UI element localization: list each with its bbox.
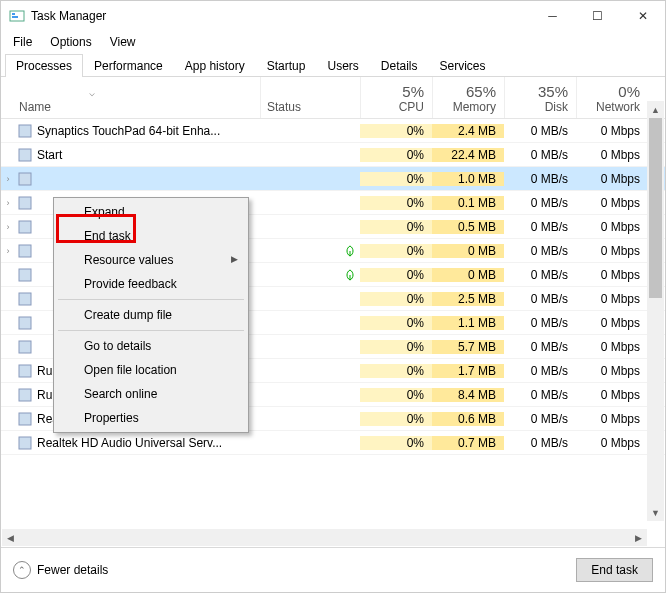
expand-icon[interactable]: ›	[1, 198, 15, 208]
minimize-button[interactable]: ─	[530, 1, 575, 31]
menu-create-dump[interactable]: Create dump file	[56, 303, 246, 327]
svg-rect-17	[19, 413, 31, 425]
network-cell: 0 Mbps	[576, 388, 648, 402]
svg-rect-18	[19, 437, 31, 449]
svg-rect-10	[19, 269, 31, 281]
memory-cell: 1.7 MB	[432, 364, 504, 378]
tab-performance[interactable]: Performance	[83, 54, 174, 77]
network-cell: 0 Mbps	[576, 268, 648, 282]
process-icon	[17, 219, 33, 235]
submenu-arrow-icon: ▶	[231, 254, 238, 264]
horizontal-scrollbar[interactable]: ◀ ▶	[2, 529, 647, 546]
network-cell: 0 Mbps	[576, 172, 648, 186]
expand-icon[interactable]: ›	[1, 246, 15, 256]
tab-details[interactable]: Details	[370, 54, 429, 77]
close-button[interactable]: ✕	[620, 1, 665, 31]
tab-processes[interactable]: Processes	[5, 54, 83, 77]
menu-expand[interactable]: Expand	[56, 200, 246, 224]
process-name	[15, 171, 260, 187]
process-name: Start	[15, 147, 260, 163]
memory-cell: 2.4 MB	[432, 124, 504, 138]
svg-rect-3	[19, 125, 31, 137]
scroll-thumb[interactable]	[649, 118, 662, 298]
app-icon	[9, 8, 25, 24]
menu-file[interactable]: File	[5, 33, 40, 51]
maximize-button[interactable]: ☐	[575, 1, 620, 31]
menu-resource-values[interactable]: Resource values▶	[56, 248, 246, 272]
cpu-cell: 0%	[360, 436, 432, 450]
svg-rect-6	[19, 197, 31, 209]
menu-separator	[58, 330, 244, 331]
table-row[interactable]: Realtek HD Audio Universal Serv...0%0.7 …	[1, 431, 665, 455]
disk-cell: 0 MB/s	[504, 340, 576, 354]
disk-cell: 0 MB/s	[504, 412, 576, 426]
menu-end-task[interactable]: End task	[56, 224, 246, 248]
fewer-details-button[interactable]: ⌃ Fewer details	[13, 561, 576, 579]
leaf-icon	[344, 245, 356, 257]
menu-open-location[interactable]: Open file location	[56, 358, 246, 382]
header-memory[interactable]: 65%Memory	[432, 77, 504, 118]
table-row[interactable]: Start0%22.4 MB0 MB/s0 Mbps	[1, 143, 665, 167]
cpu-cell: 0%	[360, 124, 432, 138]
scroll-down-icon[interactable]: ▼	[647, 504, 664, 521]
process-icon	[17, 195, 33, 211]
header-disk[interactable]: 35%Disk	[504, 77, 576, 118]
network-cell: 0 Mbps	[576, 124, 648, 138]
expand-icon[interactable]: ›	[1, 174, 15, 184]
menu-properties[interactable]: Properties	[56, 406, 246, 430]
menu-search-online[interactable]: Search online	[56, 382, 246, 406]
network-cell: 0 Mbps	[576, 220, 648, 234]
process-icon	[17, 339, 33, 355]
network-cell: 0 Mbps	[576, 364, 648, 378]
tab-app-history[interactable]: App history	[174, 54, 256, 77]
network-cell: 0 Mbps	[576, 436, 648, 450]
network-cell: 0 Mbps	[576, 316, 648, 330]
process-name: Realtek HD Audio Universal Serv...	[15, 435, 260, 451]
network-cell: 0 Mbps	[576, 196, 648, 210]
scroll-up-icon[interactable]: ▲	[647, 101, 664, 118]
memory-cell: 0.5 MB	[432, 220, 504, 234]
cpu-cell: 0%	[360, 220, 432, 234]
process-status	[260, 269, 360, 281]
disk-cell: 0 MB/s	[504, 436, 576, 450]
header-status[interactable]: Status	[260, 77, 360, 118]
process-name: Synaptics TouchPad 64-bit Enha...	[15, 123, 260, 139]
expand-icon[interactable]: ›	[1, 222, 15, 232]
menu-go-to-details[interactable]: Go to details	[56, 334, 246, 358]
header-network[interactable]: 0%Network	[576, 77, 648, 118]
menu-provide-feedback[interactable]: Provide feedback	[56, 272, 246, 296]
cpu-cell: 0%	[360, 364, 432, 378]
memory-cell: 8.4 MB	[432, 388, 504, 402]
tab-users[interactable]: Users	[316, 54, 369, 77]
table-row[interactable]: Synaptics TouchPad 64-bit Enha...0%2.4 M…	[1, 119, 665, 143]
memory-cell: 1.0 MB	[432, 172, 504, 186]
disk-cell: 0 MB/s	[504, 268, 576, 282]
disk-cell: 0 MB/s	[504, 196, 576, 210]
svg-rect-8	[19, 245, 31, 257]
disk-cell: 0 MB/s	[504, 172, 576, 186]
scroll-left-icon[interactable]: ◀	[2, 529, 19, 546]
end-task-button[interactable]: End task	[576, 558, 653, 582]
memory-cell: 5.7 MB	[432, 340, 504, 354]
tab-startup[interactable]: Startup	[256, 54, 317, 77]
cpu-cell: 0%	[360, 316, 432, 330]
menu-options[interactable]: Options	[42, 33, 99, 51]
svg-rect-13	[19, 317, 31, 329]
memory-cell: 0 MB	[432, 244, 504, 258]
vertical-scrollbar[interactable]: ▲ ▼	[647, 101, 664, 521]
process-icon	[17, 243, 33, 259]
header-cpu[interactable]: 5%CPU	[360, 77, 432, 118]
disk-cell: 0 MB/s	[504, 244, 576, 258]
disk-cell: 0 MB/s	[504, 220, 576, 234]
menu-view[interactable]: View	[102, 33, 144, 51]
header-name[interactable]: Name ⌵	[1, 77, 260, 118]
scroll-right-icon[interactable]: ▶	[630, 529, 647, 546]
process-icon	[17, 387, 33, 403]
cpu-cell: 0%	[360, 196, 432, 210]
tab-services[interactable]: Services	[429, 54, 497, 77]
process-icon	[17, 171, 33, 187]
memory-cell: 2.5 MB	[432, 292, 504, 306]
table-row[interactable]: ›0%1.0 MB0 MB/s0 Mbps	[1, 167, 665, 191]
network-cell: 0 Mbps	[576, 148, 648, 162]
process-icon	[17, 363, 33, 379]
